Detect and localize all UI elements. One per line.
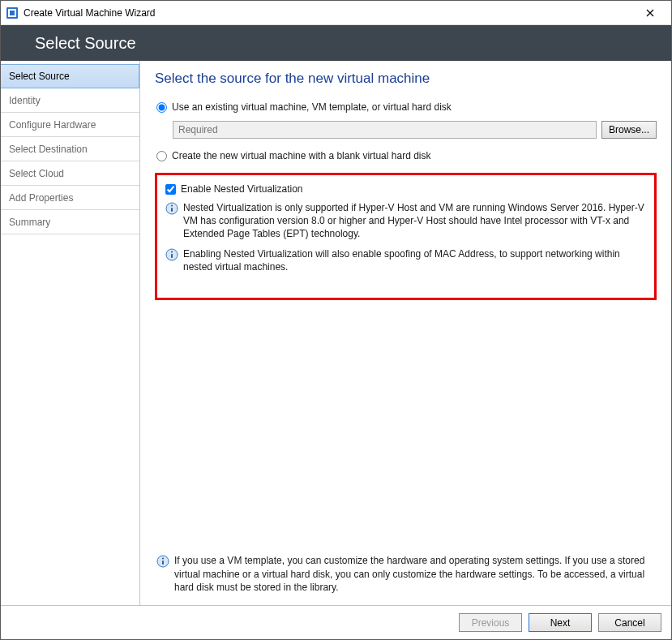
sidebar: Select Source Identity Configure Hardwar… [1,61,140,605]
enable-nested-checkbox[interactable] [165,184,176,195]
step-add-properties[interactable]: Add Properties [1,186,139,210]
path-row: Browse... [173,121,657,139]
info-icon [165,248,178,261]
footer-note: If you use a VM template, you can custom… [155,554,657,605]
step-select-cloud[interactable]: Select Cloud [1,161,139,186]
footer-note-text: If you use a VM template, you can custom… [174,554,657,594]
step-label: Select Cloud [9,168,64,179]
step-label: Identity [9,95,41,106]
radio-existing-label: Use an existing virtual machine, VM temp… [172,101,452,113]
banner-title: Select Source [35,34,136,53]
enable-nested-label: Enable Nested Virtualization [181,183,303,195]
close-button[interactable] [634,1,666,24]
svg-rect-7 [171,254,173,258]
radio-existing[interactable] [156,102,167,113]
svg-rect-10 [162,561,164,565]
step-select-destination[interactable]: Select Destination [1,137,139,161]
window-title: Create Virtual Machine Wizard [24,7,156,19]
svg-rect-4 [171,208,173,212]
nested-virtualization-box: Enable Nested Virtualization Nested Virt… [155,173,657,300]
nested-info-1: Nested Virtualization is only supported … [165,201,648,241]
radio-existing-row: Use an existing virtual machine, VM temp… [155,101,657,113]
wizard-body: Select Source Identity Configure Hardwar… [1,61,671,605]
spacer [155,300,657,555]
step-label: Configure Hardware [9,119,96,131]
svg-point-11 [162,558,164,560]
previous-button[interactable]: Previous [459,613,522,632]
source-path-input[interactable] [173,121,597,139]
svg-point-8 [171,251,173,252]
svg-rect-2 [10,11,15,15]
content-heading: Select the source for the new virtual ma… [155,71,657,87]
banner: Select Source [1,25,671,61]
cancel-button[interactable]: Cancel [598,613,661,632]
info-icon [156,555,169,568]
radio-blank-label: Create the new virtual machine with a bl… [172,150,431,161]
browse-button[interactable]: Browse... [601,121,657,139]
step-summary[interactable]: Summary [1,210,139,234]
step-configure-hardware[interactable]: Configure Hardware [1,113,139,137]
nested-info-1-text: Nested Virtualization is only supported … [183,201,648,241]
wizard-window: Create Virtual Machine Wizard Select Sou… [0,0,672,640]
next-button[interactable]: Next [529,613,592,632]
step-select-source[interactable]: Select Source [1,64,139,88]
nested-info-2-text: Enabling Nested Virtualization will also… [183,247,648,273]
button-bar: Previous Next Cancel [1,605,671,639]
content: Select the source for the new virtual ma… [140,61,671,605]
nested-info-2: Enabling Nested Virtualization will also… [165,247,648,273]
radio-blank-row: Create the new virtual machine with a bl… [155,150,657,161]
radio-blank[interactable] [156,151,167,161]
info-icon [165,202,178,215]
step-label: Select Destination [9,144,88,155]
step-label: Select Source [9,71,70,82]
titlebar: Create Virtual Machine Wizard [1,1,671,25]
step-identity[interactable]: Identity [1,88,139,113]
step-label: Add Properties [9,192,73,204]
svg-point-5 [171,204,173,206]
app-icon [6,6,19,19]
nested-check-row: Enable Nested Virtualization [164,183,648,195]
step-label: Summary [9,217,50,228]
